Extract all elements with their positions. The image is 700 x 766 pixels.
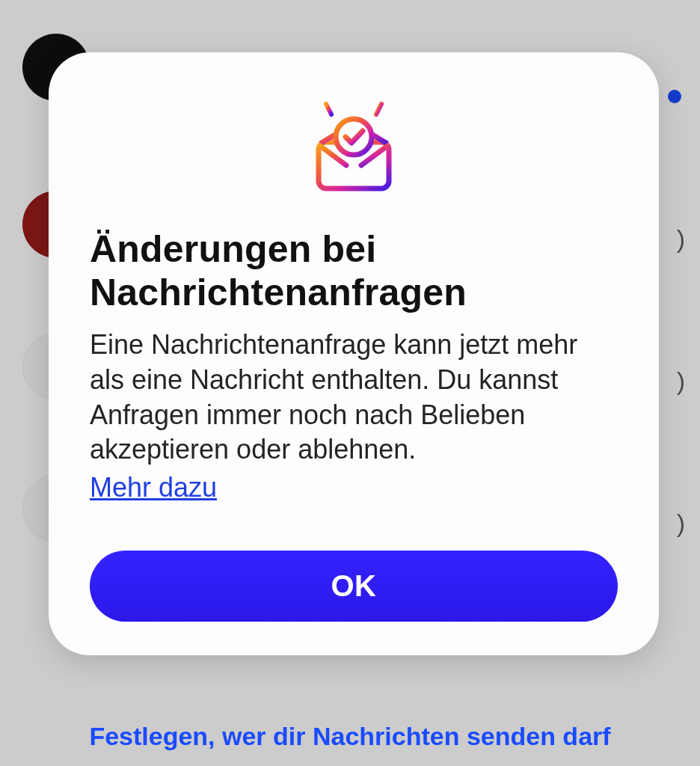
envelope-check-icon [305,94,402,198]
info-modal: Änderungen bei Nachrichtenanfragen Eine … [49,52,659,655]
svg-line-2 [376,104,381,114]
svg-line-0 [326,104,331,114]
modal-body-text: Eine Nachrichtenanfrage kann jetzt mehr … [90,329,577,465]
learn-more-link[interactable]: Mehr dazu [90,471,217,506]
ok-button[interactable]: OK [90,551,618,622]
modal-title: Änderungen bei Nachrichtenanfragen [90,228,618,314]
screen-root: ) ) ) Festlegen, wer dir Nachrichten sen… [0,0,700,766]
modal-body: Eine Nachrichtenanfrage kann jetzt mehr … [90,328,618,506]
settings-link[interactable]: Festlegen, wer dir Nachrichten senden da… [0,722,700,751]
